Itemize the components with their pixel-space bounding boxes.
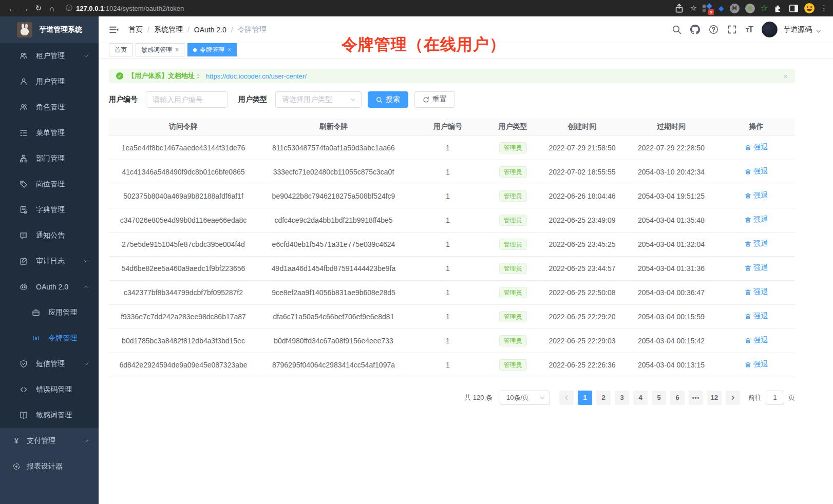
sidebar-item-post[interactable]: 岗位管理: [0, 171, 99, 197]
total-count: 共 120 条: [464, 393, 493, 402]
hamburger-icon[interactable]: [109, 25, 119, 35]
browser-menu-icon[interactable]: ⋮: [820, 4, 828, 13]
github-icon[interactable]: [690, 25, 700, 34]
sidebar-item-report[interactable]: 报表设计器: [0, 454, 99, 479]
help-icon[interactable]: [709, 25, 718, 34]
chevron-down-icon: [83, 53, 89, 59]
user-type-badge: 管理员: [499, 190, 527, 202]
share-icon[interactable]: [674, 4, 684, 13]
tab-2[interactable]: 令牌管理×: [187, 43, 237, 56]
page-button-4[interactable]: 4: [633, 391, 648, 405]
sidebar-item-pay[interactable]: ¥支付管理: [0, 428, 99, 454]
breadcrumb-item[interactable]: 首页: [128, 25, 143, 34]
address-bar[interactable]: ⓘ 127.0.0.1:1024/system/oauth2/token: [66, 4, 184, 13]
user-menu-caret-icon[interactable]: [816, 28, 822, 34]
sidebar-item-role[interactable]: 角色管理: [0, 94, 99, 120]
force-logout-button[interactable]: 强退: [745, 191, 768, 200]
gem-extension-icon[interactable]: ◆: [718, 4, 724, 12]
reset-button[interactable]: 重置: [414, 91, 455, 108]
page-button-1[interactable]: 1: [578, 391, 592, 405]
refresh-token-cell: 8796295f04064c2983414cc54af1097a: [258, 353, 409, 377]
tab-close-icon[interactable]: ×: [175, 47, 179, 53]
force-logout-label: 强退: [753, 191, 768, 200]
profile-avatar-icon[interactable]: [804, 3, 815, 13]
tab-label: 首页: [115, 46, 127, 54]
sidebar-item-dict[interactable]: 字典管理: [0, 197, 99, 223]
sidebar-item-label: 菜单管理: [36, 128, 65, 138]
search-button[interactable]: 搜索: [368, 91, 408, 108]
page-button-3[interactable]: 3: [615, 391, 629, 405]
force-logout-button[interactable]: 强退: [745, 143, 768, 152]
bookmark-star-icon[interactable]: ☆: [690, 4, 696, 13]
recorder-extension-icon[interactable]: [745, 4, 755, 13]
user-type-cell: 管理员: [486, 304, 539, 328]
page-button-6[interactable]: 6: [670, 391, 685, 405]
column-header-refresh-token: 刷新令牌: [258, 118, 409, 135]
tab-close-icon[interactable]: ×: [228, 47, 231, 53]
split-view-icon[interactable]: [789, 4, 799, 13]
sidebar-item-errcode[interactable]: 错误码管理: [0, 377, 99, 402]
alert-close-icon[interactable]: ×: [783, 72, 788, 81]
star-extension-icon[interactable]: ☆: [761, 4, 768, 12]
sidebar-item-label: 字典管理: [36, 205, 65, 215]
prev-page-button[interactable]: [559, 391, 574, 405]
tab-0[interactable]: 首页: [109, 43, 132, 56]
extension-icon[interactable]: 9: [703, 3, 713, 13]
sidebar-item-sms[interactable]: 短信管理: [0, 351, 99, 377]
page-button-5[interactable]: 5: [652, 391, 666, 405]
sidebar-item-sensitive[interactable]: 敏感词管理: [0, 402, 99, 428]
page-size-select[interactable]: 10条/页: [500, 391, 550, 405]
forward-icon[interactable]: →: [18, 4, 32, 13]
user-id-cell: 1: [409, 353, 486, 377]
sidebar-item-app[interactable]: 应用管理: [0, 300, 99, 325]
user-type-badge: 管理员: [499, 311, 527, 322]
sidebar-item-menu[interactable]: 菜单管理: [0, 120, 99, 146]
username[interactable]: 芋道源码: [783, 25, 812, 34]
reload-icon[interactable]: ↻: [32, 4, 45, 13]
force-logout-button[interactable]: 强退: [745, 239, 768, 248]
breadcrumb: 首页/系统管理/OAuth 2.0/令牌管理: [128, 25, 267, 34]
user-type-select[interactable]: 请选择用户类型: [275, 91, 362, 108]
force-logout-button[interactable]: 强退: [745, 287, 768, 297]
force-logout-label: 强退: [753, 167, 768, 176]
sidebar-item-user[interactable]: 用户管理: [0, 69, 99, 94]
force-logout-button[interactable]: 强退: [745, 215, 768, 224]
site-info-icon[interactable]: ⓘ: [66, 4, 72, 13]
sidebar-item-dept[interactable]: 部门管理: [0, 146, 99, 171]
force-logout-button[interactable]: 强退: [745, 360, 768, 369]
pay-icon: ¥: [12, 437, 21, 445]
page-button-12[interactable]: 12: [707, 391, 722, 405]
home-icon[interactable]: ⌂: [45, 4, 59, 13]
user-avatar[interactable]: [762, 22, 778, 37]
search-icon[interactable]: [672, 25, 681, 34]
font-size-icon[interactable]: TT: [746, 25, 753, 34]
user-type-cell: 管理员: [486, 256, 539, 280]
user-type-placeholder: 请选择用户类型: [282, 95, 332, 104]
sidebar-item-tenant[interactable]: 租户管理: [0, 43, 99, 69]
user-id-input[interactable]: [146, 91, 228, 108]
actions-cell: 强退: [717, 280, 795, 304]
sidebar-item-token[interactable]: 令牌管理: [0, 325, 99, 351]
more-pages-button[interactable]: •••: [689, 391, 703, 405]
force-logout-button[interactable]: 强退: [745, 336, 768, 345]
sidebar-item-audit[interactable]: 审计日志: [0, 248, 99, 274]
command-extension-icon[interactable]: ⌘: [730, 4, 740, 13]
force-logout-button[interactable]: 强退: [745, 167, 768, 176]
doc-link[interactable]: https://doc.iocoder.cn/user-center/: [206, 72, 307, 80]
app-logo-row[interactable]: 芋道管理系统: [0, 16, 99, 43]
force-logout-button[interactable]: 强退: [745, 312, 768, 321]
page-button-2[interactable]: 2: [596, 391, 611, 405]
goto-page-input[interactable]: [766, 391, 784, 405]
sensitive-icon: [20, 411, 28, 419]
sidebar-item-notice[interactable]: 通知公告: [0, 223, 99, 248]
puzzle-extensions-icon[interactable]: [773, 4, 783, 13]
sidebar-item-oauth[interactable]: OAuth 2.0: [0, 274, 99, 300]
next-page-button[interactable]: [726, 391, 740, 405]
force-logout-button[interactable]: 强退: [745, 263, 768, 273]
fullscreen-icon[interactable]: [727, 25, 737, 34]
user-id-cell: 1: [409, 328, 486, 353]
breadcrumb-item[interactable]: OAuth 2.0: [194, 26, 226, 34]
tab-1[interactable]: 敏感词管理×: [136, 43, 184, 56]
back-icon[interactable]: ←: [5, 4, 18, 13]
breadcrumb-item[interactable]: 系统管理: [154, 25, 183, 34]
